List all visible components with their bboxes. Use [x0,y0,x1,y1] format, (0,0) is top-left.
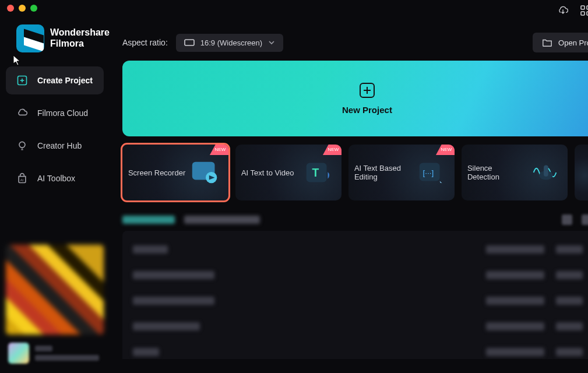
projects-tab[interactable] [184,216,260,224]
app-name-1: Wondershare [50,27,110,38]
project-row[interactable] [133,237,588,262]
toolbar: Aspect ratio: 16:9 (Widescreen) Open Pro… [110,17,588,61]
text-editing-icon: [···] [415,158,449,187]
svg-text:T: T [312,167,319,179]
app-logo-text: Wondershare Filmora [50,27,110,50]
silence-detection-icon [528,158,562,187]
aspect-ratio-icon [184,39,195,46]
app-name-2: Filmora [50,38,110,50]
sidebar-item-creator-hub[interactable]: Creator Hub [6,132,104,160]
sidebar-item-filmora-cloud[interactable]: Filmora Cloud [6,99,104,127]
svg-rect-7 [581,6,585,9]
card-title: AI Text to Video [241,168,294,177]
new-badge: NEW [210,145,228,155]
new-badge: NEW [323,145,341,155]
sidebar-item-ai-toolbox[interactable]: AI AI Toolbox [6,164,104,192]
card-title: Screen Recorder [128,168,185,177]
avatar [8,343,29,364]
project-row[interactable] [133,262,588,288]
app-logo: Wondershare Filmora [0,20,110,66]
main-area: Aspect ratio: 16:9 (Widescreen) Open Pro… [110,0,588,373]
svg-text:[···]: [···] [422,168,434,177]
svg-text:AI: AI [20,178,24,182]
projects-list [122,231,588,359]
sidebar-item-label: Create Project [37,76,93,85]
aspect-ratio-select[interactable]: 16:9 (Widescreen) [176,34,283,52]
folder-icon [542,38,552,47]
window-zoom-button[interactable] [30,5,37,12]
open-project-label: Open Project [558,38,588,47]
project-row[interactable] [133,339,588,359]
cursor-icon [13,55,22,66]
feature-cards: Screen Recorder NEW AI Text to Video NEW… [110,145,588,200]
chevron-down-icon [268,40,275,45]
svg-rect-13 [185,40,194,45]
user-info [35,346,99,361]
aspect-ratio-label: Aspect ratio: [122,38,168,47]
text-to-video-icon: T [302,158,336,187]
cloud-download-icon[interactable] [557,5,569,16]
app-logo-mark [16,24,44,52]
bulb-icon [16,140,28,152]
apps-grid-icon[interactable] [580,5,588,16]
sidebar-item-label: Creator Hub [37,141,82,150]
svg-point-3 [19,142,25,147]
projects-action-icon[interactable] [582,214,588,225]
card-screen-recorder[interactable]: Screen Recorder NEW [122,145,228,200]
create-project-icon [16,75,28,86]
window-close-button[interactable] [7,5,14,12]
window-controls [0,3,110,20]
ai-toolbox-icon: AI [16,173,28,184]
open-project-button[interactable]: Open Project [533,33,588,52]
projects-header [110,200,588,225]
sidebar-item-create-project[interactable]: Create Project [6,66,104,94]
card-silence-detection[interactable]: Silence Detection [462,145,568,200]
projects-action-icon[interactable] [562,214,572,225]
new-project-button[interactable]: New Project [122,61,588,136]
card-ai-text-based-editing[interactable]: AI Text Based Editing NEW [···] [348,145,455,200]
user-account-row[interactable] [0,339,110,373]
card-title: Silence Detection [467,164,526,181]
sidebar: Wondershare Filmora Create Project Filmo… [0,0,110,373]
svg-rect-9 [581,12,585,15]
new-project-label: New Project [342,105,392,115]
cloud-icon [16,107,28,119]
sidebar-item-label: Filmora Cloud [37,108,88,118]
sidebar-item-label: AI Toolbox [37,174,75,183]
window-minimize-button[interactable] [19,5,26,12]
aspect-ratio-value: 16:9 (Widescreen) [200,38,262,47]
screen-recorder-icon [189,158,223,187]
projects-tab-active[interactable] [122,216,175,224]
card-overflow[interactable] [575,145,588,200]
topbar [110,0,588,17]
card-title: AI Text Based Editing [354,164,413,181]
sidebar-nav: Create Project Filmora Cloud Creator Hub… [0,66,110,192]
svg-rect-20 [544,165,548,176]
project-row[interactable] [133,288,588,314]
card-ai-text-to-video[interactable]: AI Text to Video NEW T [235,145,341,200]
new-badge: NEW [436,145,455,155]
project-row[interactable] [133,314,588,339]
plus-icon [360,83,375,98]
promo-banner[interactable] [6,245,104,335]
